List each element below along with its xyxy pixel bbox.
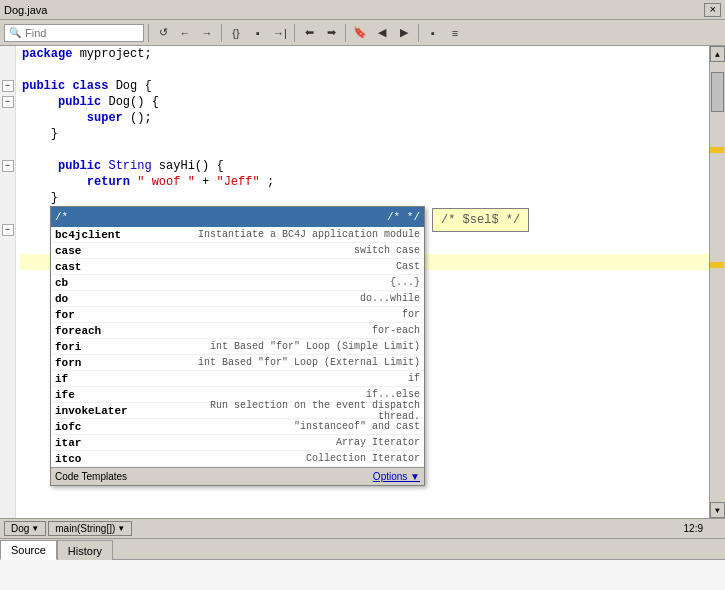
margin-space-4 — [0, 126, 15, 142]
ac-keyword-case: case — [55, 245, 175, 257]
str-woof: " woof " — [137, 175, 195, 189]
toolbar-btn-next-bookmark[interactable]: ▶ — [394, 23, 414, 43]
ac-item-fori[interactable]: foriint Based "for" Loop (Simple Limit) — [51, 339, 424, 355]
margin-space-2 — [0, 62, 15, 78]
autocomplete-header: /* /* */ — [51, 207, 424, 227]
ac-keyword-cb: cb — [55, 277, 175, 289]
autocomplete-dropdown: /* /* */ bc4jclientInstantiate a BC4J ap… — [50, 206, 425, 486]
nav-class[interactable]: Dog ▼ — [4, 521, 46, 536]
scroll-indicator-2 — [710, 262, 724, 268]
ac-desc-case: switch case — [175, 245, 420, 256]
ac-item-do[interactable]: dodo...while — [51, 291, 424, 307]
scroll-thumb[interactable] — [711, 72, 724, 112]
code-line-9: return " woof " + "Jeff" ; — [20, 174, 709, 190]
nav-breadcrumb: Dog ▼ main(String[]) ▼ — [4, 521, 684, 536]
ac-item-foreach[interactable]: foreachfor-each — [51, 323, 424, 339]
autocomplete-list[interactable]: bc4jclientInstantiate a BC4J application… — [51, 227, 424, 467]
fold-sayhi-btn[interactable]: − — [2, 160, 14, 172]
scroll-up-arrow[interactable]: ▲ — [710, 46, 725, 62]
ac-keyword-forn: forn — [55, 357, 175, 369]
fold-class-btn[interactable]: − — [2, 80, 14, 92]
ac-desc-ife: if...else — [175, 389, 420, 400]
code-area[interactable]: − − − − package myproject; — [0, 46, 709, 518]
ac-item-itar[interactable]: itarArray Iterator — [51, 435, 424, 451]
toolbar-btn-indent[interactable]: →| — [270, 23, 290, 43]
nav-class-label: Dog — [11, 523, 29, 534]
tab-footer: Source History — [0, 538, 725, 560]
toolbar-btn-back[interactable]: ← — [175, 23, 195, 43]
ac-footer-label: Code Templates — [55, 471, 127, 482]
ac-item-bc4jclient[interactable]: bc4jclientInstantiate a BC4J application… — [51, 227, 424, 243]
ac-item-invokeLater[interactable]: invokeLaterRun selection on the event di… — [51, 403, 424, 419]
ac-item-if[interactable]: ifif — [51, 371, 424, 387]
toolbar-separator-4 — [345, 24, 346, 42]
ac-desc-do: do...while — [175, 293, 420, 304]
toolbar-separator-1 — [148, 24, 149, 42]
tab-source[interactable]: Source — [0, 540, 57, 560]
kw-public-1: public — [22, 79, 65, 93]
autocomplete-tooltip: /* $sel$ */ — [432, 208, 529, 232]
ac-desc-invokeLater: Run selection on the event dispatch thre… — [175, 400, 420, 422]
ac-item-itco[interactable]: itcoCollection Iterator — [51, 451, 424, 467]
kw-return: return — [87, 175, 130, 189]
kw-package: package — [22, 47, 72, 61]
ac-keyword-fori: fori — [55, 341, 175, 353]
ac-keyword-foreach: foreach — [55, 325, 175, 337]
toolbar-btn-bookmark[interactable]: 🔖 — [350, 23, 370, 43]
fold-constructor-btn[interactable]: − — [2, 96, 14, 108]
toolbar-btn-lines[interactable]: ≡ — [445, 23, 465, 43]
toolbar-separator-2 — [221, 24, 222, 42]
fold-main-btn[interactable]: − — [2, 224, 14, 236]
str-jeff: "Jeff" — [216, 175, 259, 189]
margin-space-6 — [0, 174, 15, 190]
toolbar-btn-braces[interactable]: {} — [226, 23, 246, 43]
toolbar-btn-block[interactable]: ▪ — [248, 23, 268, 43]
ac-desc-cast: Cast — [175, 261, 420, 272]
ac-keyword-ife: ife — [55, 389, 175, 401]
ac-item-iofc[interactable]: iofc"instanceof" and cast — [51, 419, 424, 435]
ac-desc-iofc: "instanceof" and cast — [175, 421, 420, 432]
toolbar-separator-3 — [294, 24, 295, 42]
search-box: 🔍 — [4, 24, 144, 42]
ac-item-case[interactable]: caseswitch case — [51, 243, 424, 259]
ac-desc-fori: int Based "for" Loop (Simple Limit) — [175, 341, 420, 352]
nav-method-arrow: ▼ — [117, 524, 125, 533]
tab-history[interactable]: History — [57, 540, 113, 560]
ac-desc-foreach: for-each — [175, 325, 420, 336]
ac-options-btn[interactable]: Options ▼ — [373, 471, 420, 482]
kw-super: super — [87, 111, 123, 125]
ac-item-forn[interactable]: fornint Based "for" Loop (External Limit… — [51, 355, 424, 371]
toolbar-btn-forward[interactable]: → — [197, 23, 217, 43]
margin-space-8 — [0, 206, 15, 222]
scroll-track[interactable] — [710, 62, 725, 502]
kw-public-3: public — [58, 159, 101, 173]
margin-space-5 — [0, 142, 15, 158]
ac-item-cast[interactable]: castCast — [51, 259, 424, 275]
nav-class-arrow: ▼ — [31, 524, 39, 533]
ac-desc-for: for — [175, 309, 420, 320]
ac-item-cb[interactable]: cb{...} — [51, 275, 424, 291]
ac-desc-forn: int Based "for" Loop (External Limit) — [175, 357, 420, 368]
left-margin: − − − − — [0, 46, 16, 518]
close-button[interactable]: × — [704, 3, 721, 17]
ac-keyword-iofc: iofc — [55, 421, 175, 433]
code-line-6: } — [20, 126, 709, 142]
ac-keyword-bc4jclient: bc4jclient — [55, 229, 175, 241]
toolbar-btn-toggle[interactable]: ▪ — [423, 23, 443, 43]
ac-header-left: /* — [55, 211, 68, 223]
nav-method[interactable]: main(String[]) ▼ — [48, 521, 132, 536]
margin-space-3 — [0, 110, 15, 126]
toolbar-btn-left[interactable]: ⬅ — [299, 23, 319, 43]
toolbar-btn-refresh[interactable]: ↺ — [153, 23, 173, 43]
toolbar-btn-prev-bookmark[interactable]: ◀ — [372, 23, 392, 43]
scroll-down-arrow[interactable]: ▼ — [710, 502, 725, 518]
code-line-7 — [20, 142, 709, 158]
toolbar-btn-right[interactable]: ➡ — [321, 23, 341, 43]
tab-history-label: History — [68, 545, 102, 557]
ac-desc-itar: Array Iterator — [175, 437, 420, 448]
ac-item-for[interactable]: forfor — [51, 307, 424, 323]
tab-source-label: Source — [11, 544, 46, 556]
search-input[interactable] — [25, 27, 139, 39]
type-string-1: String — [108, 159, 151, 173]
code-line-2 — [20, 62, 709, 78]
